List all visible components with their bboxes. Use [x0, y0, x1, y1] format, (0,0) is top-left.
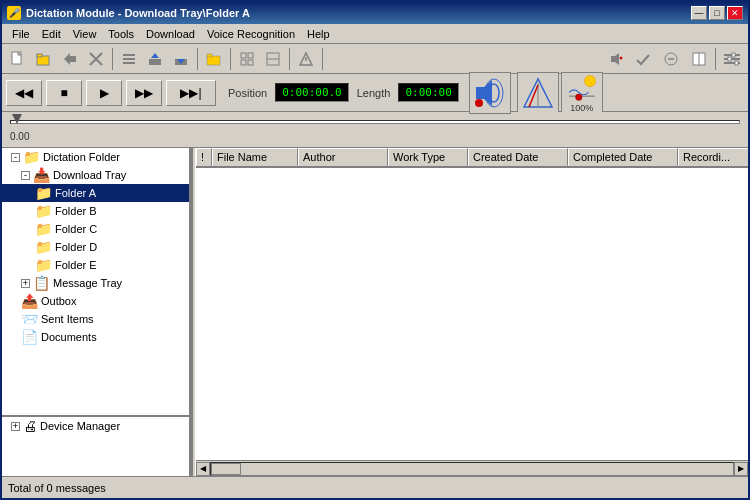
- settings-slider-button[interactable]: [720, 47, 744, 71]
- svg-rect-11: [149, 59, 161, 65]
- book-button[interactable]: [687, 47, 711, 71]
- fastforward-button[interactable]: ▶▶: [126, 80, 162, 106]
- documents-label: Documents: [41, 331, 97, 343]
- svg-rect-17: [241, 53, 246, 58]
- export-button[interactable]: [143, 47, 167, 71]
- expand-message[interactable]: +: [21, 279, 30, 288]
- volume-widget: [469, 72, 511, 114]
- tuner-widget: [517, 72, 559, 114]
- menu-tools[interactable]: Tools: [102, 27, 140, 41]
- file-panel: ! File Name Author Work Type Created Dat…: [196, 148, 748, 476]
- toolbar-sep-2: [197, 48, 198, 70]
- scroll-right[interactable]: ▶: [734, 462, 748, 476]
- tree-item-download-tray[interactable]: - 📥 Download Tray: [2, 166, 189, 184]
- menu-file[interactable]: File: [6, 27, 36, 41]
- col-recording[interactable]: Recordi...: [678, 148, 748, 166]
- tree-item-device-manager[interactable]: + 🖨 Device Manager: [2, 417, 189, 435]
- svg-rect-9: [123, 58, 135, 60]
- player-section: ◀◀ ■ ▶ ▶▶ ▶▶| Position 0:00:00.0 Length …: [2, 74, 748, 112]
- folder-c-icon: 📁: [35, 221, 52, 237]
- new-button[interactable]: [6, 47, 30, 71]
- device-manager-label: Device Manager: [40, 420, 120, 432]
- list-button[interactable]: [117, 47, 141, 71]
- tree-bottom: + 🖨 Device Manager: [2, 416, 189, 476]
- svg-rect-19: [241, 60, 246, 65]
- window-controls: — □ ✕: [691, 6, 743, 20]
- seek-bar[interactable]: [10, 114, 740, 130]
- folder-b-label: Folder B: [55, 205, 97, 217]
- svg-rect-16: [207, 54, 212, 57]
- expand-device[interactable]: +: [11, 422, 20, 431]
- play-button[interactable]: ▶: [86, 80, 122, 106]
- folder-b-icon: 📁: [35, 203, 52, 219]
- position-group: Position 0:00:00.0 Length 0:00:00: [228, 83, 459, 102]
- toolbar-sep-6: [715, 48, 716, 70]
- tree-item-folder-e[interactable]: 📁 Folder E: [2, 256, 189, 274]
- tree-item-sent-items[interactable]: 📨 Sent Items: [2, 310, 189, 328]
- scroll-left[interactable]: ◀: [196, 462, 210, 476]
- tree-item-outbox[interactable]: 📤 Outbox: [2, 292, 189, 310]
- tree-item-folder-c[interactable]: 📁 Folder C: [2, 220, 189, 238]
- svg-point-47: [575, 93, 581, 99]
- scroll-track[interactable]: [210, 462, 734, 476]
- tree-item-dictation-folder[interactable]: - 📁 Dictation Folder: [2, 148, 189, 166]
- expand-dictation[interactable]: -: [11, 153, 20, 162]
- outbox-label: Outbox: [41, 295, 76, 307]
- col-filename[interactable]: File Name: [212, 148, 298, 166]
- end-button[interactable]: ▶▶|: [166, 80, 216, 106]
- open-button[interactable]: [32, 47, 56, 71]
- tree-panel: - 📁 Dictation Folder - 📥 Download Tray 📁…: [2, 148, 192, 476]
- svg-rect-20: [248, 60, 253, 65]
- arrow-button[interactable]: [294, 47, 318, 71]
- rewind-button[interactable]: ◀◀: [6, 80, 42, 106]
- time-indicator: 0.00: [6, 131, 744, 142]
- menu-download[interactable]: Download: [140, 27, 201, 41]
- tree-item-documents[interactable]: 📄 Documents: [2, 328, 189, 346]
- delete-button[interactable]: [84, 47, 108, 71]
- cancel-button[interactable]: [659, 47, 683, 71]
- tree-item-folder-b[interactable]: 📁 Folder B: [2, 202, 189, 220]
- app-icon: 🎤: [7, 6, 21, 20]
- grid-button[interactable]: [235, 47, 259, 71]
- tree-main: - 📁 Dictation Folder - 📥 Download Tray 📁…: [2, 148, 189, 416]
- folder-a-label: Folder A: [55, 187, 96, 199]
- import-button[interactable]: [169, 47, 193, 71]
- options-button[interactable]: [261, 47, 285, 71]
- close-button[interactable]: ✕: [727, 6, 743, 20]
- expand-download[interactable]: -: [21, 171, 30, 180]
- menu-edit[interactable]: Edit: [36, 27, 67, 41]
- col-flag[interactable]: !: [196, 148, 212, 166]
- col-author[interactable]: Author: [298, 148, 388, 166]
- menu-view[interactable]: View: [67, 27, 103, 41]
- speaker-mute-button[interactable]: [603, 47, 627, 71]
- length-display: 0:00:00: [398, 83, 458, 102]
- minimize-button[interactable]: —: [691, 6, 707, 20]
- col-worktype[interactable]: Work Type: [388, 148, 468, 166]
- sent-items-icon: 📨: [21, 311, 38, 327]
- toolbar-sep-5: [322, 48, 323, 70]
- maximize-button[interactable]: □: [709, 6, 725, 20]
- h-scrollbar[interactable]: ◀ ▶: [196, 460, 748, 476]
- menu-voice[interactable]: Voice Recognition: [201, 27, 301, 41]
- tree-item-message-tray[interactable]: + 📋 Message Tray: [2, 274, 189, 292]
- svg-rect-8: [123, 54, 135, 56]
- elapsed-time: 0.00: [10, 131, 29, 142]
- back-button[interactable]: [58, 47, 82, 71]
- folder-open-button[interactable]: [202, 47, 226, 71]
- stop-button[interactable]: ■: [46, 80, 82, 106]
- folder-d-icon: 📁: [35, 239, 52, 255]
- menu-help[interactable]: Help: [301, 27, 336, 41]
- col-completed[interactable]: Completed Date: [568, 148, 678, 166]
- folder-e-icon: 📁: [35, 257, 52, 273]
- check-button[interactable]: [631, 47, 655, 71]
- percent-label: 100%: [570, 103, 593, 113]
- folder-c-label: Folder C: [55, 223, 97, 235]
- tree-item-folder-a[interactable]: 📁 Folder A: [2, 184, 189, 202]
- svg-marker-4: [64, 53, 70, 65]
- seek-section: 0.00: [2, 112, 748, 148]
- svg-rect-18: [248, 53, 253, 58]
- tree-item-folder-d[interactable]: 📁 Folder D: [2, 238, 189, 256]
- col-created[interactable]: Created Date: [468, 148, 568, 166]
- scroll-thumb[interactable]: [211, 463, 241, 475]
- folder-e-label: Folder E: [55, 259, 97, 271]
